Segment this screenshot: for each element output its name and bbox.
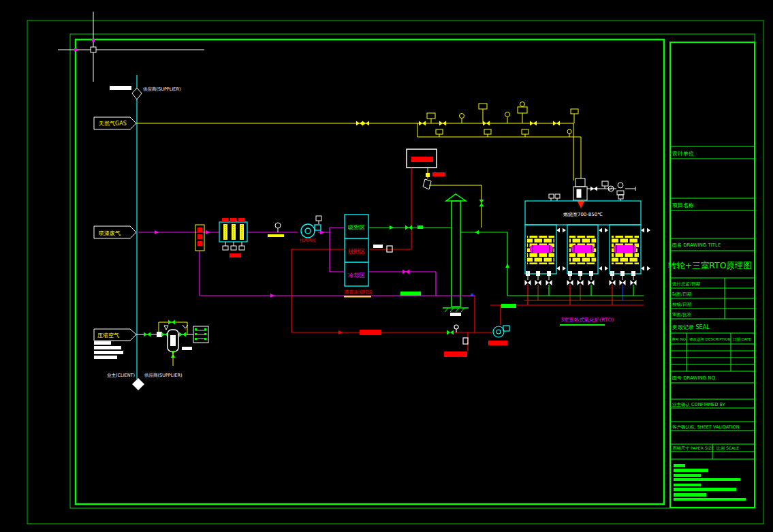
filter-unit (195, 218, 247, 257)
supplier-top-label: 供应商(SUPPLIER) (143, 87, 180, 92)
revision-label: 更改记录 SEAL (672, 324, 710, 330)
flow-arrow-icon (206, 230, 210, 234)
client-label: 业主(CLIENT) (107, 373, 135, 378)
redacted-label-bar (411, 157, 433, 162)
redacted-label-bar (110, 86, 131, 90)
natural-gas-train: 天然气GAS (94, 102, 581, 181)
redacted-label-bar (94, 351, 123, 354)
sign-row-label: 设计总监/日期 (672, 281, 700, 287)
combustion-chamber-label: 燃烧室700-850℃ (563, 212, 603, 217)
fan-icon (496, 330, 501, 334)
process-piping (138, 225, 509, 336)
redacted-label-bar (94, 341, 111, 345)
valve-icon (590, 187, 597, 191)
sign-row-label: 制图/日期 (672, 292, 691, 297)
instrument-tag (157, 332, 162, 337)
instrument-tag (373, 245, 383, 248)
redacted-label-bar (94, 346, 121, 349)
valve-icon (530, 121, 537, 126)
flow-arrow-icon (338, 330, 343, 334)
rto-burner (549, 178, 635, 208)
flow-arrow-icon (320, 230, 324, 234)
gauge-icon (275, 223, 281, 228)
redacted-label-bar (488, 341, 507, 345)
valve-icon (553, 121, 560, 126)
fan-icon (493, 326, 504, 337)
title-block: 设计单位 项目名称 图名 DRAWING TITLE 转轮+三室RTO原理图 设… (668, 42, 755, 507)
flow-arrow-icon (641, 266, 650, 270)
actuated-valve-icon (535, 271, 541, 285)
cooling-zone-label: 冷却区 (348, 272, 366, 279)
validation-label: 客户确认栏, SHEET VALIDATION (672, 424, 740, 430)
flow-arrow-icon (599, 228, 608, 232)
crosshair-icon[interactable] (58, 12, 204, 82)
valve-icon (447, 330, 454, 335)
confirmed-label: 业主确认 CONFIRMED BY (672, 402, 725, 407)
rto-switch-valves (525, 271, 637, 285)
title-block-notes (674, 464, 746, 501)
valve-icon (463, 338, 468, 344)
flow-arrow-icon (556, 266, 566, 270)
desorption-heater (407, 149, 484, 249)
supplier-bottom-label: 供应商(SUPPLIER) (144, 373, 182, 378)
boundary-diamond-icon (132, 378, 144, 390)
redacted-label-bar (230, 253, 241, 257)
fan-label: 排风风机 (300, 238, 316, 242)
redacted-label-bar (444, 351, 467, 357)
actuated-valve-icon (631, 271, 637, 285)
paint-exhaust-label: 喷漆废气 (99, 230, 121, 236)
valve-icon (483, 121, 490, 126)
flow-arrow-icon (641, 228, 650, 232)
burner-flame-icon (577, 200, 585, 208)
drawing-title: 转轮+三室RTO原理图 (668, 260, 752, 270)
paint-exhaust-inlet: 喷漆废气 (94, 226, 136, 238)
drawing-no-label: 图号 DRAWING NO. (672, 375, 716, 381)
compressed-air-label: 压缩空气 (97, 332, 119, 339)
paper-size-label: 图幅尺寸 PAPER SIZE (673, 445, 714, 451)
redacted-label-bar (432, 172, 445, 176)
desorption-zone-label: 脱附区 (348, 248, 366, 255)
valve-icon (168, 320, 175, 325)
flow-arrow-icon (270, 294, 274, 298)
flow-arrow-icon (155, 230, 159, 234)
valve-icon (356, 121, 363, 126)
revision-col-desc: 修改说明 DESCRIPTION (689, 337, 731, 342)
scale-label: 比例 SCALE (716, 445, 739, 451)
boundary-diamond-icon (132, 88, 142, 99)
sign-row-label: 审图/批准 (672, 312, 692, 317)
flow-arrow-icon (556, 228, 566, 232)
valve-icon (419, 121, 426, 126)
rto-fan-loop (291, 296, 516, 357)
redacted-label-bar (417, 225, 423, 229)
main-exhaust-fan: 排风风机 (268, 216, 321, 242)
pid-drawing: 供应商(SUPPLIER) 业主(CLIENT) 供应商(SUPPLIER) 天… (0, 0, 773, 532)
flow-arrow-icon (390, 225, 394, 230)
valve-icon (362, 121, 369, 126)
actuated-valve-icon (588, 271, 595, 285)
adsorption-zone-label: 吸附区 (348, 224, 366, 231)
fan-outlet (503, 326, 509, 331)
pilot-burner-icon (423, 179, 431, 189)
cad-drawing-canvas: 供应商(SUPPLIER) 业主(CLIENT) 供应商(SUPPLIER) 天… (0, 0, 773, 532)
gauge-icon (454, 325, 458, 329)
actuated-valve-icon (578, 271, 584, 285)
revision-col-no: 序号 NO. (672, 337, 687, 342)
fan-icon (301, 224, 315, 238)
valve-icon (439, 121, 446, 126)
redacted-label-bar (400, 292, 421, 296)
drawing-title-label: 图名 DRAWING TITLE (672, 242, 721, 248)
redacted-label-bar (182, 347, 192, 350)
revision-col-date: 日期 DATE (733, 337, 752, 342)
flow-arrow-icon (505, 264, 509, 268)
redacted-label-bar (94, 356, 117, 359)
redacted-label-bar (501, 304, 516, 308)
valve-icon (144, 332, 151, 337)
redacted-label-bar (268, 234, 284, 237)
sign-row-label: 校核/日期 (672, 302, 691, 307)
flow-arrow-icon (599, 266, 608, 270)
compressed-air-station: 压缩空气 (94, 320, 208, 366)
valve-icon (479, 200, 484, 206)
label-underline (560, 324, 605, 326)
flow-arrow-icon (475, 230, 479, 234)
valve-icon (403, 270, 409, 275)
